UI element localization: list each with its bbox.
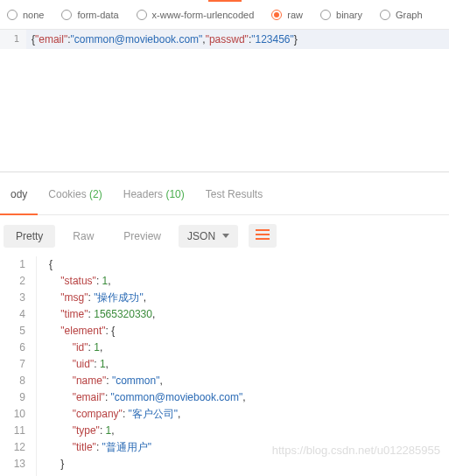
line-number: 7	[0, 356, 37, 373]
line-number: 9	[0, 389, 37, 406]
code-content: "id": 1,	[37, 340, 102, 356]
wrap-icon	[256, 229, 270, 240]
radio-raw[interactable]: raw	[264, 10, 310, 20]
radio-icon	[137, 10, 147, 20]
radio-form-data[interactable]: form-data	[54, 10, 125, 20]
radio-none[interactable]: none	[0, 10, 51, 20]
code-content: "status": 1,	[37, 273, 111, 290]
format-label: JSON	[187, 230, 215, 242]
editor-empty-area[interactable]	[0, 49, 449, 172]
line-number: 8	[0, 373, 37, 389]
code-content: "msg": "操作成功",	[37, 290, 146, 306]
line-number: 13	[0, 456, 37, 472]
view-pretty[interactable]: Pretty	[4, 225, 55, 248]
line-number: 5	[0, 323, 37, 340]
view-preview[interactable]: Preview	[111, 225, 173, 248]
tab-headers[interactable]: Headers (10)	[113, 183, 195, 206]
radio-label: Graph	[396, 10, 423, 20]
code-content: "title": "普通用户"	[37, 439, 151, 456]
line-number: 1	[0, 30, 26, 49]
chevron-down-icon	[222, 234, 229, 238]
line-number: 6	[0, 340, 37, 356]
tab-test-results[interactable]: Test Results	[195, 183, 273, 206]
radio-label: raw	[287, 10, 303, 20]
code-content: }	[37, 456, 64, 472]
code-content[interactable]: {"email":"common@moviebook.com","passwd"…	[26, 30, 449, 49]
radio-graphql[interactable]: Graph	[373, 10, 430, 20]
radio-label: binary	[336, 10, 362, 20]
radio-binary[interactable]: binary	[313, 10, 369, 20]
line-number: 14	[0, 472, 37, 476]
radio-label: form-data	[77, 10, 118, 20]
radio-icon	[380, 10, 390, 20]
code-content: "time": 1565320330,	[37, 306, 155, 323]
line-number: 11	[0, 423, 37, 439]
tab-body[interactable]: ody	[0, 183, 38, 206]
line-number: 2	[0, 273, 37, 290]
response-json-viewer[interactable]: 1{ 2 "status": 1, 3 "msg": "操作成功", 4 "ti…	[0, 256, 449, 476]
radio-icon	[320, 10, 331, 20]
wrap-lines-button[interactable]	[249, 224, 277, 248]
code-content: "element": {	[37, 323, 115, 340]
request-body-editor[interactable]: 1 {"email":"common@moviebook.com","passw…	[0, 30, 449, 49]
line-number: 4	[0, 306, 37, 323]
code-content: {	[37, 256, 53, 273]
code-line: 1 {"email":"common@moviebook.com","passw…	[0, 30, 449, 49]
view-raw[interactable]: Raw	[60, 225, 106, 248]
active-tab-indicator	[208, 0, 242, 2]
body-type-row: none form-data x-www-form-urlencoded raw…	[0, 3, 449, 30]
radio-icon	[61, 10, 72, 20]
line-number: 3	[0, 290, 37, 306]
line-number: 10	[0, 406, 37, 423]
line-number: 1	[0, 256, 37, 273]
code-content: "company": "客户公司",	[37, 406, 180, 423]
radio-label: none	[23, 10, 44, 20]
response-tabs: ody Cookies (2) Headers (10) Test Result…	[0, 172, 449, 215]
radio-icon	[271, 10, 282, 20]
code-content: }	[37, 472, 53, 476]
code-content: "email": "common@moviebook.com",	[37, 389, 246, 406]
code-content: "name": "common",	[37, 373, 163, 389]
radio-icon	[7, 10, 18, 20]
tab-cookies[interactable]: Cookies (2)	[38, 183, 112, 206]
code-content: "type": 1,	[37, 423, 115, 439]
code-content: "uid": 1,	[37, 356, 109, 373]
format-dropdown[interactable]: JSON	[179, 225, 238, 248]
radio-label: x-www-form-urlencoded	[152, 10, 255, 20]
line-number: 12	[0, 439, 37, 456]
view-controls: Pretty Raw Preview JSON	[0, 215, 449, 256]
top-tab-strip	[0, 0, 449, 3]
radio-urlencoded[interactable]: x-www-form-urlencoded	[130, 10, 262, 20]
